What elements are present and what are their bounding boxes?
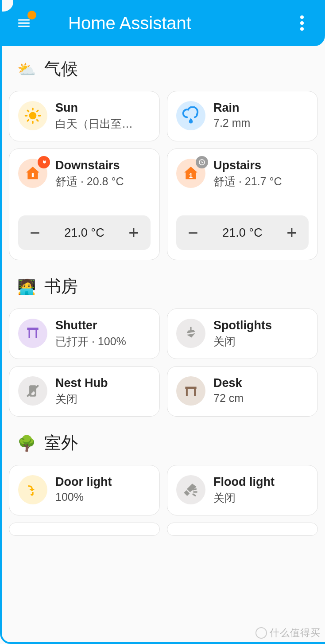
card-door-light[interactable]: Door light 100% [9,465,160,515]
card-flood-light[interactable]: Flood light 关闭 [167,465,318,515]
section-header-climate: ⛅ 气候 [7,54,320,91]
temp-decrease-button[interactable]: − [184,223,202,243]
card-nest-hub[interactable]: Nest Hub 关闭 [9,366,160,417]
card-status: 舒适 · 20.8 °C [55,174,151,189]
svg-line-9 [37,120,38,121]
more-options-button[interactable] [292,13,312,33]
card-shutter[interactable]: Shutter 已打开 · 100% [9,308,160,359]
svg-rect-12 [32,173,34,177]
section-header-study: 🧑‍💻 书房 [7,272,320,308]
home-icon: 1 [176,159,205,188]
temp-increase-button[interactable]: + [283,223,301,243]
temp-increase-button[interactable]: + [125,223,143,243]
temp-setpoint: 21.0 °C [64,226,104,240]
temp-decrease-button[interactable]: − [26,223,44,243]
weather-icon: ⛅ [17,59,36,79]
card-title: Upstairs [213,159,309,172]
dashboard-content: ⛅ 气候 Sun 白天（日出至… Rain 7.2 mm [2,46,325,555]
sun-icon [18,101,47,130]
svg-point-0 [300,16,304,19]
card-status: 关闭 [213,491,309,505]
svg-line-11 [37,110,38,111]
section-title: 书房 [44,275,78,298]
card-title: Flood light [213,475,309,489]
card-spotlights[interactable]: Spotlights 关闭 [167,308,318,359]
card-status: 100% [55,491,151,503]
card-rain[interactable]: Rain 7.2 mm [167,91,318,141]
app-title: Home Assistant [34,13,292,33]
section-title: 气候 [44,58,78,80]
card-desk[interactable]: Desk 72 cm [167,366,318,417]
card-title: Nest Hub [55,376,151,390]
person-laptop-icon: 🧑‍💻 [17,277,36,297]
section-outdoor: 🌳 室外 Door light 100% Flood light 关闭 [7,428,320,536]
temperature-control: − 21.0 °C + [18,215,151,250]
card-status: 舒适 · 21.7 °C [213,174,309,189]
section-header-outdoor: 🌳 室外 [7,428,320,465]
speaker-off-icon [18,376,47,406]
svg-point-3 [29,112,37,120]
vertical-dots-icon [300,15,304,31]
app-header: Home Assistant [0,0,325,46]
svg-text:1: 1 [189,172,193,179]
svg-line-8 [27,110,28,111]
menu-button[interactable] [14,13,34,33]
card-status: 已打开 · 100% [55,334,151,349]
card-title: Spotlights [213,319,309,332]
card-partial[interactable] [167,523,318,536]
card-title: Sun [55,101,151,115]
svg-line-10 [27,120,28,121]
home-icon [18,159,47,188]
spotlight-icon [176,319,205,348]
clock-badge-icon [196,156,208,168]
watermark-text: 什么值得买 [270,626,321,640]
card-partial[interactable] [9,523,160,536]
card-downstairs[interactable]: Downstairs 舒适 · 20.8 °C − 21.0 °C + [9,148,160,260]
card-title: Desk [213,376,309,390]
section-climate: ⛅ 气候 Sun 白天（日出至… Rain 7.2 mm [7,54,320,260]
card-upstairs[interactable]: 1 Upstairs 舒适 · 21.7 °C − 21.0 °C + [167,148,318,260]
door-light-icon [18,475,47,504]
section-title: 室外 [44,432,78,454]
card-status: 关闭 [55,392,151,406]
temperature-control: − 21.0 °C + [176,215,309,250]
temp-setpoint: 21.0 °C [222,226,262,240]
card-title: Shutter [55,319,151,332]
desk-icon [176,376,205,406]
section-study: 🧑‍💻 书房 Shutter 已打开 · 100% Spotlights [7,272,320,417]
card-status: 白天（日出至… [55,117,151,131]
card-status: 7.2 mm [213,117,309,129]
shutter-icon [18,319,47,348]
svg-point-1 [300,21,304,25]
card-title: Downstairs [55,159,151,172]
globe-icon [255,627,267,639]
flood-light-icon [176,475,205,504]
card-status: 72 cm [213,392,309,405]
rain-icon [176,101,205,130]
tree-icon: 🌳 [17,433,36,453]
card-title: Rain [213,101,309,115]
card-sun[interactable]: Sun 白天（日出至… [9,91,160,141]
watermark: 什么值得买 [255,626,321,640]
heat-badge-icon [38,156,50,168]
svg-point-2 [300,27,304,31]
card-title: Door light [55,475,151,489]
notification-dot-icon [27,11,36,20]
card-status: 关闭 [213,334,309,349]
